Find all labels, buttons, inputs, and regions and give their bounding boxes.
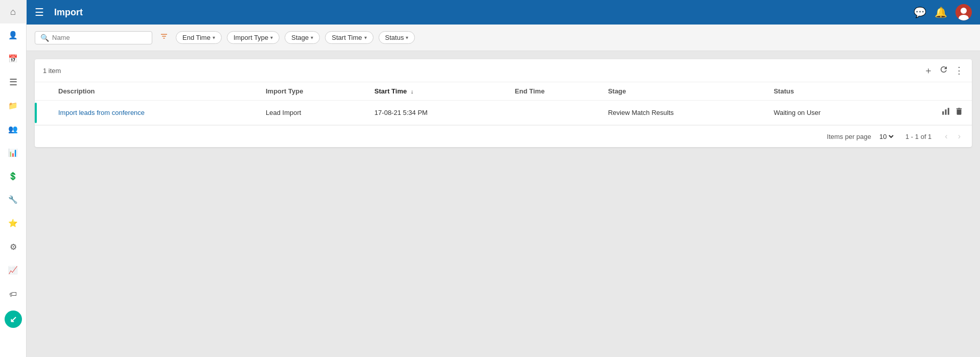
col-actions [894, 82, 972, 101]
import-type-filter[interactable]: Import Type ▾ [227, 31, 279, 44]
sidebar-item-reports[interactable]: 📊 [0, 141, 27, 164]
table-header-row: 1 item ＋ ⋮ [35, 59, 972, 82]
sort-arrow-icon: ↓ [411, 88, 414, 94]
col-description: Description [50, 82, 258, 101]
chevron-down-icon: ▾ [213, 35, 215, 40]
col-end-time: End Time [507, 82, 600, 101]
filter-icon[interactable] [157, 30, 171, 45]
search-box: 🔍 [35, 31, 152, 44]
stage-filter[interactable]: Stage ▾ [285, 31, 320, 44]
row-indicator-col [35, 82, 50, 101]
wrench-icon: 🔧 [8, 195, 18, 204]
calendar-icon: 📅 [8, 54, 18, 63]
sidebar-item-tags[interactable]: 🏷 [0, 282, 27, 305]
pagination-row: Items per page 10 25 50 1 - 1 of 1 ‹ › [35, 125, 972, 147]
row-action-icons [902, 107, 964, 118]
table-actions: ＋ ⋮ [924, 64, 964, 77]
sidebar-item-files[interactable]: 📁 [0, 94, 27, 117]
col-stage: Stage [600, 82, 765, 101]
sidebar-item-people[interactable]: 👥 [0, 117, 27, 141]
chevron-down-icon: ▾ [311, 35, 313, 40]
sidebar: ⌂ 👤 📅 ☰ 📁 👥 📊 💲 🔧 ⭐ ⚙ 📈 🏷 ↙ [0, 0, 27, 357]
analytics-icon: 📈 [8, 266, 18, 275]
col-start-time: Start Time ↓ [366, 82, 507, 101]
search-input[interactable] [52, 34, 147, 41]
prev-page-button[interactable]: ‹ [942, 131, 950, 142]
chevron-down-icon: ▾ [270, 35, 273, 40]
items-per-page-label: Items per page [827, 133, 871, 140]
col-status: Status [765, 82, 893, 101]
row-actions [894, 101, 972, 125]
sidebar-item-tools[interactable]: 🔧 [0, 188, 27, 211]
folder-icon: 📁 [8, 101, 18, 110]
start-time-label: Start Time [332, 34, 362, 41]
end-time-label: End Time [182, 34, 211, 41]
header-actions: 💬 🔔 [914, 4, 972, 20]
sidebar-item-activities[interactable]: ☰ [0, 70, 27, 94]
chevron-down-icon: ▾ [364, 35, 367, 40]
list-icon: ☰ [9, 77, 17, 88]
stage-label: Stage [291, 34, 309, 41]
top-header: ☰ Import 💬 🔔 [27, 0, 980, 25]
table-card: 1 item ＋ ⋮ Description [35, 59, 972, 147]
row-status: Waiting on User [765, 101, 893, 125]
sidebar-item-favorites[interactable]: ⭐ [0, 211, 27, 235]
table-column-headers: Description Import Type Start Time ↓ End… [35, 82, 972, 101]
page-range: 1 - 1 of 1 [905, 133, 931, 140]
star-icon: ⭐ [8, 219, 18, 228]
avatar[interactable] [955, 4, 972, 20]
dollar-icon: 💲 [8, 172, 18, 181]
row-delete-icon[interactable] [954, 107, 964, 118]
import-icon: ↙ [5, 311, 22, 328]
svg-rect-2 [948, 108, 949, 115]
sidebar-item-calendar[interactable]: 📅 [0, 47, 27, 70]
table-row: Import leads from conference Lead Import… [35, 101, 972, 125]
sidebar-item-contacts[interactable]: 👤 [0, 23, 27, 47]
gear-icon: ⚙ [10, 242, 17, 252]
row-import-type: Lead Import [258, 101, 366, 125]
sidebar-item-analytics[interactable]: 📈 [0, 258, 27, 282]
col-import-type: Import Type [258, 82, 366, 101]
more-options-button[interactable]: ⋮ [954, 65, 964, 76]
row-stage: Review Match Results [600, 101, 765, 125]
status-label: Status [385, 34, 404, 41]
people-icon: 👥 [8, 125, 18, 134]
search-icon: 🔍 [40, 34, 49, 42]
sidebar-item-import[interactable]: ↙ [0, 307, 27, 331]
end-time-filter[interactable]: End Time ▾ [176, 31, 222, 44]
bell-icon[interactable]: 🔔 [935, 6, 947, 18]
page-title: Import [54, 7, 914, 18]
chevron-down-icon: ▾ [406, 35, 408, 40]
row-start-time: 17-08-21 5:34 PM [366, 101, 507, 125]
home-icon: ⌂ [10, 7, 16, 17]
sidebar-item-finance[interactable]: 💲 [0, 164, 27, 188]
row-end-time [507, 101, 600, 125]
row-indicator [35, 101, 50, 125]
items-count: 1 item [43, 67, 924, 75]
svg-rect-1 [945, 109, 947, 115]
refresh-button[interactable] [939, 65, 948, 77]
row-chart-icon[interactable] [941, 107, 950, 118]
filter-bar: 🔍 End Time ▾ Import Type ▾ Stage ▾ Start… [27, 25, 980, 51]
page-size-select[interactable]: 10 25 50 [877, 132, 895, 141]
chat-icon[interactable]: 💬 [914, 6, 926, 18]
import-type-label: Import Type [234, 34, 268, 41]
sidebar-item-settings[interactable]: ⚙ [0, 235, 27, 258]
main-area: ☰ Import 💬 🔔 🔍 End Time ▾ Import Type ▾ … [27, 0, 980, 357]
menu-toggle-icon[interactable]: ☰ [35, 6, 44, 18]
sidebar-item-home[interactable]: ⌂ [0, 0, 27, 23]
add-button[interactable]: ＋ [924, 64, 933, 77]
start-time-filter[interactable]: Start Time ▾ [325, 31, 373, 44]
person-icon: 👤 [8, 31, 18, 40]
row-description[interactable]: Import leads from conference [50, 101, 258, 125]
status-filter[interactable]: Status ▾ [379, 31, 415, 44]
tag-icon: 🏷 [9, 290, 17, 298]
bar-chart-icon: 📊 [8, 148, 18, 157]
content-area: 1 item ＋ ⋮ Description [27, 51, 980, 357]
import-table: Description Import Type Start Time ↓ End… [35, 82, 972, 125]
svg-rect-0 [942, 111, 944, 115]
next-page-button[interactable]: › [955, 131, 964, 142]
